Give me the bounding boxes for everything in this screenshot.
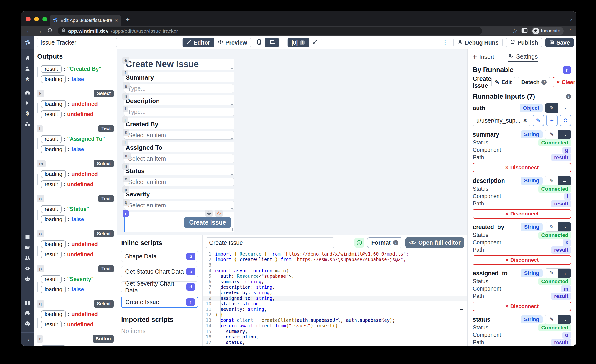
connect-mode-arrow-icon[interactable]: → [558,315,571,324]
output-key-pill[interactable]: result [41,180,61,188]
canvas-label-component[interactable]: lAssigned To [124,142,234,152]
move-handle-icon[interactable] [205,210,213,217]
connect-mode-arrow-icon[interactable]: → [558,104,571,112]
chrome-menu-icon[interactable]: ⋮ [567,28,573,34]
output-key-pill[interactable]: result [41,321,61,328]
ai-robot-icon[interactable] [21,274,34,284]
docs-book-icon[interactable] [21,297,34,308]
app-canvas[interactable]: eCreate New IssuefSummaryghDescriptionij… [117,49,467,235]
static-mode-pencil-icon[interactable]: ✎ [545,104,558,112]
clear-resource-icon[interactable]: × [523,117,527,124]
folders-icon[interactable] [21,242,34,253]
desktop-view-button[interactable] [265,38,279,47]
static-mode-pencil-icon[interactable]: ✎ [545,176,558,185]
groups-users-icon[interactable] [21,253,34,263]
schedules-calendar-icon[interactable] [21,232,34,242]
canvas-label-component[interactable]: nStatus [124,165,234,175]
mobile-view-button[interactable] [253,38,265,47]
disconnect-button[interactable]: ×Disconnect [473,163,571,172]
traffic-lights[interactable] [26,17,47,22]
output-key-pill[interactable]: loading [41,286,66,293]
canvas-label-component[interactable]: jCreated By [124,119,234,129]
back-icon[interactable]: ← [24,28,33,34]
collapse-arrow-right-icon[interactable]: → [21,334,34,344]
inline-script-item[interactable]: Create Issuer [121,297,198,308]
static-mode-pencil-icon[interactable]: ✎ [545,223,558,231]
windmill-logo-icon[interactable] [21,36,34,49]
canvas-text-input-component[interactable]: i [124,108,234,116]
canvas-select-component[interactable]: qSelect an item [124,201,234,210]
output-key-pill[interactable]: result [41,275,61,283]
address-bar[interactable]: app.windmill.dev/apps/edit/u/user/issue-… [58,27,482,35]
canvas-text-input-component[interactable]: g [124,84,234,93]
favorites-star-icon[interactable]: ★ [21,74,34,84]
text-input[interactable] [124,108,234,115]
tab-search-chevron-icon[interactable]: ⌄ [569,16,573,22]
canvas-select-component[interactable]: kSelect an item [124,131,234,140]
tab-insert[interactable]: + Insert [473,52,494,62]
static-mode-pencil-icon[interactable]: ✎ [545,269,558,278]
add-resource-button[interactable]: + [546,115,558,126]
publish-button[interactable]: Publish [506,38,542,47]
detach-button[interactable]: Detach i [518,77,551,88]
close-window-button[interactable] [26,17,30,22]
disconnect-button[interactable]: ×Disconnect [473,302,571,311]
edit-button[interactable]: ✎ Edit [491,77,515,88]
output-key-pill[interactable]: loading [41,240,66,248]
code-area[interactable]: 1import { Resource } from "https://deno.… [203,250,467,346]
canvas-label-component[interactable]: hDescription [124,95,234,105]
connect-mode-arrow-icon[interactable]: → [558,223,571,231]
browser-tab[interactable]: Edit App u/user/issue-tracker | × [50,15,121,26]
clear-button[interactable]: × Clear [553,77,576,88]
preview-tab[interactable]: Preview [214,38,251,47]
disconnect-button[interactable]: ×Disconnect [473,209,571,219]
user-icon[interactable] [21,63,34,74]
forward-icon[interactable]: → [35,28,44,34]
static-mode-pencil-icon[interactable]: ✎ [545,315,558,324]
output-key-pill[interactable]: loading [41,75,66,83]
inline-script-item[interactable]: Get Severity Chart Datad [121,281,198,292]
open-full-editor-button[interactable]: </> Open full editor [405,238,464,248]
auth-resource-input[interactable]: u/user/my_sup... × [473,115,530,126]
new-tab-button[interactable]: + [125,15,130,24]
discord-icon[interactable] [21,308,34,319]
zoom-window-button[interactable] [42,17,47,22]
output-key-pill[interactable]: loading [41,145,66,153]
debug-runs-button[interactable]: Debug Runs [454,38,503,47]
save-button[interactable]: Save [545,38,574,47]
fullscreen-button[interactable] [309,38,322,47]
reload-icon[interactable] [45,27,54,35]
canvas-title-component[interactable]: eCreate New Issue [124,59,234,70]
text-input[interactable] [124,85,234,92]
tab-settings[interactable]: Settings [507,52,538,62]
output-key-pill[interactable]: loading [41,215,66,223]
more-menu-icon[interactable]: ⋮ [442,39,448,46]
output-key-pill[interactable]: result [41,110,61,118]
workspace-building-icon[interactable] [21,53,34,63]
variables-dollar-icon[interactable]: $ [21,108,34,119]
side-panel-icon[interactable] [522,28,528,34]
runs-play-icon[interactable] [21,98,34,108]
canvas-label-component[interactable]: fSummary [124,72,234,82]
github-icon[interactable] [21,319,34,329]
inline-script-item[interactable]: Get Status Chart Datac [121,266,198,277]
minimize-window-button[interactable] [34,17,39,22]
output-key-pill[interactable]: result [41,251,61,258]
canvas-label-component[interactable]: pSeverity [124,189,234,199]
disconnect-button[interactable]: ×Disconnect [473,255,571,265]
output-key-pill[interactable]: loading [41,100,66,108]
canvas-select-component[interactable]: mSelect an item [124,154,234,163]
connect-mode-arrow-icon[interactable]: → [558,269,571,278]
output-key-pill[interactable]: result [41,65,61,73]
output-key-pill[interactable]: loading [41,170,66,178]
script-name-input[interactable] [206,238,335,248]
format-button[interactable]: Format i [367,238,402,248]
bookmark-star-icon[interactable]: ☆ [512,27,518,35]
create-issue-button[interactable]: Create Issue [184,217,231,228]
editor-tab[interactable]: Editor [183,38,214,47]
canvas-select-component[interactable]: oSelect an item [124,178,234,186]
connect-mode-arrow-icon[interactable]: → [558,176,571,185]
static-mode-pencil-icon[interactable]: ✎ [545,130,558,139]
output-key-pill[interactable]: result [41,135,61,143]
output-key-pill[interactable]: loading [41,345,66,346]
